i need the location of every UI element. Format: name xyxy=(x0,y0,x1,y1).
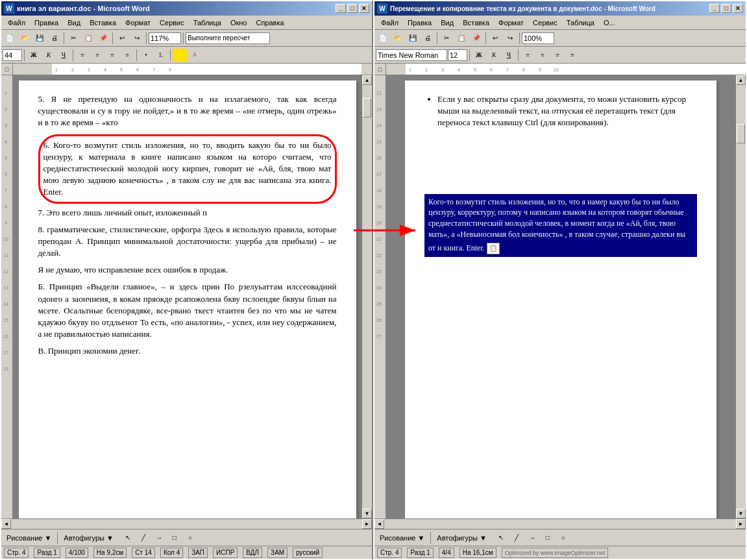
r-align-right[interactable]: ≡ xyxy=(550,49,565,62)
right-menu-edit[interactable]: Правка xyxy=(404,18,435,28)
right-menu-format[interactable]: Формат xyxy=(495,18,528,28)
print-button[interactable]: 🖨 xyxy=(47,32,62,45)
r-draw-ellipse[interactable]: ○ xyxy=(556,531,570,544)
font-color-button[interactable]: A xyxy=(188,49,202,62)
left-vscrollbar[interactable]: ▲ ▼ xyxy=(361,75,372,518)
left-scroll-down[interactable]: ▼ xyxy=(362,509,372,518)
right-autoshapes-btn[interactable]: Автофигуры ▼ xyxy=(433,533,491,543)
draw-rect[interactable]: □ xyxy=(167,531,182,544)
right-scroll-up[interactable]: ▲ xyxy=(736,75,746,85)
r-align-left[interactable]: ≡ xyxy=(520,49,535,62)
open-button[interactable]: 📂 xyxy=(18,32,32,45)
left-maximize-button[interactable]: □ xyxy=(347,4,358,13)
right-doc-scroll[interactable]: Если у вас открыты сразу два документа, … xyxy=(386,75,735,518)
align-justify-button[interactable]: ≡ xyxy=(120,49,134,62)
r-align-justify[interactable]: ≡ xyxy=(565,49,580,62)
underline-button[interactable]: Ч xyxy=(56,49,71,62)
numbering-button[interactable]: 1. xyxy=(154,49,168,62)
left-menu-format[interactable]: Формат xyxy=(121,18,154,28)
r-redo-button[interactable]: ↪ xyxy=(503,32,517,45)
align-left-button[interactable]: ≡ xyxy=(75,49,90,62)
copy-button[interactable]: 📋 xyxy=(81,32,95,45)
right-menu-other[interactable]: О... xyxy=(600,18,619,28)
right-scroll-thumb[interactable] xyxy=(737,124,745,143)
cut-button[interactable]: ✂ xyxy=(66,32,80,45)
r-underline-button[interactable]: Ч xyxy=(502,49,516,62)
left-close-button[interactable]: ✕ xyxy=(359,4,369,13)
left-menu-edit[interactable]: Правка xyxy=(31,18,62,28)
left-menu-window[interactable]: Окно xyxy=(227,18,251,28)
right-menu-file[interactable]: Файл xyxy=(377,18,402,28)
paste-button[interactable]: 📌 xyxy=(96,32,110,45)
r-draw-cursor[interactable]: ↖ xyxy=(494,531,508,544)
left-menu-help[interactable]: Справка xyxy=(252,18,288,28)
r-draw-line[interactable]: ╱ xyxy=(509,531,524,544)
right-vscrollbar[interactable]: ▲ ▼ xyxy=(735,75,746,518)
r-save-button[interactable]: 💾 xyxy=(406,32,420,45)
new-button[interactable]: 📄 xyxy=(3,32,17,45)
redo-button[interactable]: ↪ xyxy=(130,32,144,45)
right-scroll-down[interactable]: ▼ xyxy=(736,509,746,518)
draw-arrow[interactable]: → xyxy=(152,531,166,544)
left-scroll-up[interactable]: ▲ xyxy=(362,75,372,85)
align-right-button[interactable]: ≡ xyxy=(105,49,119,62)
right-menu-service[interactable]: Сервис xyxy=(529,18,561,28)
draw-line[interactable]: ╱ xyxy=(136,531,151,544)
r-draw-rect[interactable]: □ xyxy=(541,531,555,544)
left-hscroll-right[interactable]: ► xyxy=(362,519,372,529)
left-menu-table[interactable]: Таблица xyxy=(190,18,225,28)
right-hscroll-track[interactable] xyxy=(384,519,736,529)
r-italic-button[interactable]: К xyxy=(487,49,501,62)
right-title-text: W Перемещение и копирование текста из до… xyxy=(377,3,655,14)
action-dropdown[interactable]: Выполните пересчет xyxy=(186,32,270,44)
r-align-center[interactable]: ≡ xyxy=(535,49,550,62)
r-copy-button[interactable]: 📋 xyxy=(454,32,469,45)
right-maximize-button[interactable]: □ xyxy=(721,4,731,13)
left-menu-file[interactable]: Файл xyxy=(4,18,29,28)
r-cut-button[interactable]: ✂ xyxy=(439,32,454,45)
r-bold-button[interactable]: Ж xyxy=(472,49,486,62)
right-close-button[interactable]: ✕ xyxy=(733,4,743,13)
left-minimize-button[interactable]: _ xyxy=(336,4,346,13)
right-minimize-button[interactable]: _ xyxy=(709,4,720,13)
right-draw-btn[interactable]: Рисование ▼ xyxy=(376,533,428,543)
r-open-button[interactable]: 📂 xyxy=(391,32,405,45)
right-menu-view[interactable]: Вид xyxy=(437,18,458,28)
bullet-button[interactable]: • xyxy=(139,49,153,62)
right-menu-table[interactable]: Таблица xyxy=(563,18,598,28)
left-menu-service[interactable]: Сервис xyxy=(156,18,188,28)
left-draw-btn[interactable]: Рисование ▼ xyxy=(3,533,55,543)
left-scroll-thumb[interactable] xyxy=(363,98,371,117)
right-hscroll-left[interactable]: ◄ xyxy=(374,519,384,529)
draw-cursor[interactable]: ↖ xyxy=(121,531,135,544)
right-hscroll-right[interactable]: ► xyxy=(736,519,746,529)
r-print-button[interactable]: 🖨 xyxy=(421,32,435,45)
r-zoom-dropdown[interactable]: 100% xyxy=(522,32,554,44)
left-menu-insert[interactable]: Вставка xyxy=(86,18,120,28)
italic-button[interactable]: К xyxy=(42,49,56,62)
align-center-button[interactable]: ≡ xyxy=(90,49,104,62)
paste-icon[interactable]: 📋 xyxy=(487,243,500,254)
left-hscroll-track[interactable] xyxy=(11,519,362,529)
svg-text:8: 8 xyxy=(522,67,525,72)
right-font-name[interactable]: Times New Roman xyxy=(376,49,447,61)
zoom-dropdown[interactable]: 117% xyxy=(149,32,181,44)
draw-ellipse[interactable]: ○ xyxy=(183,531,197,544)
left-autoshapes-btn[interactable]: Автофигуры ▼ xyxy=(60,533,117,543)
bold-button[interactable]: Ж xyxy=(27,49,41,62)
left-doc-scroll[interactable]: 5. Я не претендую на однозначность и на … xyxy=(13,75,361,518)
highlight-button[interactable]: A xyxy=(173,49,187,62)
right-scroll-track[interactable] xyxy=(736,85,746,509)
right-menu-insert[interactable]: Вставка xyxy=(459,18,493,28)
undo-button[interactable]: ↩ xyxy=(115,32,129,45)
r-paste-button[interactable]: 📌 xyxy=(469,32,484,45)
right-font-size[interactable]: 12 xyxy=(448,49,467,61)
r-undo-button[interactable]: ↩ xyxy=(488,32,502,45)
left-menu-view[interactable]: Вид xyxy=(64,18,84,28)
left-hscroll-left[interactable]: ◄ xyxy=(1,519,11,529)
left-font-name[interactable]: 44 xyxy=(3,49,22,61)
save-button[interactable]: 💾 xyxy=(32,32,47,45)
r-draw-arrow[interactable]: → xyxy=(525,531,539,544)
left-scroll-track[interactable] xyxy=(362,85,372,509)
r-new-button[interactable]: 📄 xyxy=(376,32,390,45)
